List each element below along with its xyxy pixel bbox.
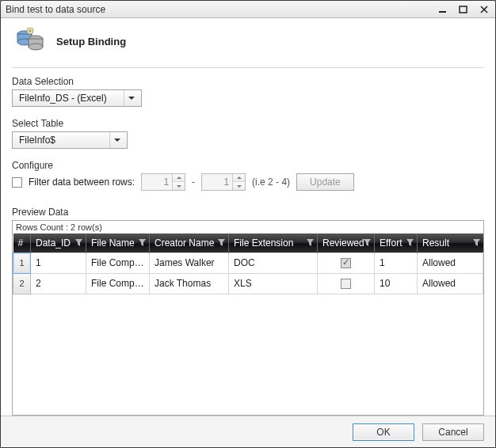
preview-grid: Rows Count : 2 row(s) # Data_ID File Nam… bbox=[12, 220, 484, 416]
data-selection-dropdown[interactable]: FileInfo_DS - (Excel) bbox=[12, 89, 142, 107]
svg-point-9 bbox=[29, 44, 43, 50]
col-index[interactable]: # bbox=[13, 233, 31, 252]
cell-result: Allowed bbox=[418, 252, 483, 273]
cancel-button[interactable]: Cancel bbox=[422, 423, 484, 441]
data-table: # Data_ID File Name Creator Name File Ex… bbox=[13, 233, 483, 294]
filter-to-spinner[interactable]: 1 bbox=[201, 173, 246, 191]
separator bbox=[12, 67, 484, 68]
row-header[interactable]: 2 bbox=[13, 273, 31, 294]
data-selection-group: Data Selection FileInfo_DS - (Excel) bbox=[12, 76, 484, 107]
select-table-value: FileInfo$ bbox=[19, 135, 106, 146]
cell-file-name: File Comparer bbox=[86, 252, 150, 273]
filter-to-value: 1 bbox=[202, 177, 232, 188]
spinner-up-icon[interactable] bbox=[173, 174, 185, 182]
table-row[interactable]: 11File ComparerJames WalkerDOC1Allowed bbox=[13, 252, 483, 273]
preview-label: Preview Data bbox=[12, 207, 484, 218]
table-header-row: # Data_ID File Name Creator Name File Ex… bbox=[13, 233, 483, 252]
filter-icon[interactable] bbox=[364, 237, 371, 249]
filter-icon[interactable] bbox=[218, 237, 225, 249]
row-header[interactable]: 1 bbox=[13, 252, 31, 273]
col-result[interactable]: Result bbox=[418, 233, 483, 252]
rows-count-label: Rows Count : 2 row(s) bbox=[13, 221, 483, 233]
filter-rows-checkbox[interactable] bbox=[12, 177, 22, 188]
filter-from-value: 1 bbox=[142, 177, 172, 188]
cell-effort: 1 bbox=[375, 252, 418, 273]
filter-icon[interactable] bbox=[139, 237, 146, 249]
cell-reviewed bbox=[318, 273, 375, 294]
header: Setup Binding bbox=[12, 26, 484, 56]
col-data-id[interactable]: Data_ID bbox=[31, 233, 86, 252]
cell-creator-name: James Walker bbox=[150, 252, 229, 273]
dialog-content: Setup Binding Data Selection FileInfo_DS… bbox=[1, 18, 495, 416]
col-creator-name[interactable]: Creator Name bbox=[150, 233, 229, 252]
cell-effort: 10 bbox=[375, 273, 418, 294]
col-file-extension[interactable]: File Extension bbox=[229, 233, 318, 252]
svg-rect-0 bbox=[439, 11, 446, 13]
update-button[interactable]: Update bbox=[296, 173, 354, 191]
maximize-button[interactable] bbox=[456, 4, 471, 15]
cell-data-id: 2 bbox=[31, 273, 86, 294]
table-row[interactable]: 22File ComparerJack ThomasXLS10Allowed bbox=[13, 273, 483, 294]
reviewed-checkbox[interactable] bbox=[341, 279, 351, 289]
data-selection-label: Data Selection bbox=[12, 76, 484, 87]
spinner-down-icon[interactable] bbox=[173, 182, 185, 190]
filter-from-spinner[interactable]: 1 bbox=[141, 173, 185, 191]
ok-button[interactable]: OK bbox=[353, 423, 414, 441]
cell-data-id: 1 bbox=[31, 252, 86, 273]
cell-file-extension: XLS bbox=[229, 273, 318, 294]
svg-rect-1 bbox=[460, 6, 467, 13]
data-selection-value: FileInfo_DS - (Excel) bbox=[19, 93, 120, 104]
select-table-group: Select Table FileInfo$ bbox=[12, 118, 484, 149]
binding-icon bbox=[15, 26, 45, 56]
spinner-buttons bbox=[172, 174, 185, 190]
filter-icon[interactable] bbox=[473, 237, 480, 249]
spinner-up-icon[interactable] bbox=[233, 174, 245, 182]
spinner-down-icon[interactable] bbox=[233, 182, 245, 190]
window-buttons bbox=[435, 4, 492, 15]
cell-file-extension: DOC bbox=[229, 252, 318, 273]
range-dash: - bbox=[192, 177, 195, 188]
filter-icon[interactable] bbox=[307, 237, 314, 249]
spinner-buttons bbox=[232, 174, 245, 190]
col-effort[interactable]: Effort bbox=[375, 233, 418, 252]
select-table-dropdown[interactable]: FileInfo$ bbox=[12, 131, 128, 149]
cell-file-name: File Comparer bbox=[86, 273, 150, 294]
chevron-down-icon bbox=[109, 132, 124, 148]
minimize-button[interactable] bbox=[435, 4, 451, 15]
filter-rows-label: Filter data between rows: bbox=[29, 177, 135, 188]
table-body: 11File ComparerJames WalkerDOC1Allowed22… bbox=[13, 252, 483, 294]
dialog-footer: OK Cancel bbox=[1, 416, 495, 447]
col-reviewed[interactable]: Reviewed bbox=[318, 233, 375, 252]
page-title: Setup Binding bbox=[56, 36, 126, 47]
cell-reviewed bbox=[318, 252, 375, 273]
dialog-window: Bind test to data source bbox=[0, 0, 496, 448]
preview-group: Preview Data Rows Count : 2 row(s) # Dat… bbox=[12, 207, 484, 416]
filter-hint: (i.e 2 - 4) bbox=[252, 177, 290, 188]
cell-result: Allowed bbox=[418, 273, 483, 294]
select-table-label: Select Table bbox=[12, 118, 484, 129]
configure-group: Configure Filter data between rows: 1 - … bbox=[12, 160, 484, 191]
filter-icon[interactable] bbox=[406, 237, 414, 249]
close-button[interactable] bbox=[476, 4, 492, 15]
col-file-name[interactable]: File Name bbox=[86, 233, 150, 252]
titlebar[interactable]: Bind test to data source bbox=[1, 1, 495, 18]
window-title: Bind test to data source bbox=[6, 4, 435, 15]
configure-label: Configure bbox=[12, 160, 484, 171]
reviewed-checkbox[interactable] bbox=[341, 258, 351, 268]
chevron-down-icon bbox=[124, 90, 138, 106]
cell-creator-name: Jack Thomas bbox=[150, 273, 229, 294]
filter-icon[interactable] bbox=[75, 237, 82, 249]
